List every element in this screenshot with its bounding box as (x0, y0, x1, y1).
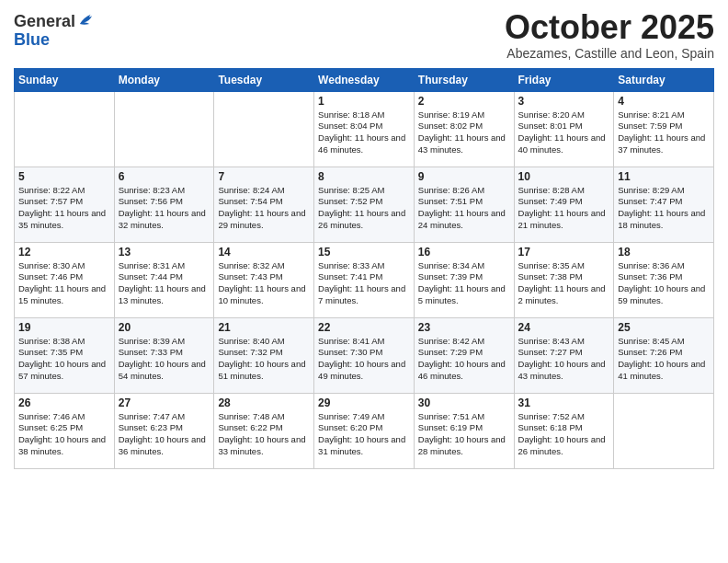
day-cell: 3Sunrise: 8:20 AM Sunset: 8:01 PM Daylig… (514, 91, 614, 167)
day-number: 8 (318, 170, 410, 183)
logo-general: General (14, 13, 75, 31)
day-info: Sunrise: 8:45 AM Sunset: 7:26 PM Dayligh… (618, 336, 710, 383)
day-cell (114, 91, 214, 167)
header-row: Sunday Monday Tuesday Wednesday Thursday… (15, 68, 714, 91)
day-info: Sunrise: 8:19 AM Sunset: 8:02 PM Dayligh… (418, 109, 510, 156)
day-number: 28 (218, 396, 310, 409)
day-number: 11 (618, 170, 710, 183)
day-cell (15, 91, 115, 167)
day-number: 22 (318, 321, 410, 334)
week-row-5: 26Sunrise: 7:46 AM Sunset: 6:25 PM Dayli… (15, 393, 714, 468)
title-block: October 2025 Abezames, Castille and Leon… (505, 9, 714, 61)
day-cell: 16Sunrise: 8:34 AM Sunset: 7:39 PM Dayli… (414, 242, 514, 317)
day-info: Sunrise: 8:26 AM Sunset: 7:51 PM Dayligh… (418, 185, 510, 232)
day-cell: 24Sunrise: 8:43 AM Sunset: 7:27 PM Dayli… (514, 317, 614, 393)
day-info: Sunrise: 8:20 AM Sunset: 8:01 PM Dayligh… (518, 109, 610, 156)
day-info: Sunrise: 7:48 AM Sunset: 6:22 PM Dayligh… (218, 411, 310, 458)
day-number: 18 (618, 246, 710, 259)
logo-blue: Blue (14, 31, 97, 50)
day-info: Sunrise: 8:33 AM Sunset: 7:41 PM Dayligh… (318, 260, 410, 307)
day-info: Sunrise: 8:39 AM Sunset: 7:33 PM Dayligh… (119, 336, 210, 383)
col-monday: Monday (114, 68, 214, 91)
calendar-table: Sunday Monday Tuesday Wednesday Thursday… (14, 68, 714, 469)
day-number: 14 (218, 246, 310, 259)
logo-bird-icon (77, 10, 97, 30)
day-info: Sunrise: 8:34 AM Sunset: 7:39 PM Dayligh… (418, 260, 510, 307)
day-cell: 11Sunrise: 8:29 AM Sunset: 7:47 PM Dayli… (614, 167, 714, 242)
day-number: 6 (119, 170, 210, 183)
day-number: 20 (119, 321, 210, 334)
day-cell: 5Sunrise: 8:22 AM Sunset: 7:57 PM Daylig… (15, 167, 115, 242)
col-wednesday: Wednesday (314, 68, 415, 91)
day-cell: 2Sunrise: 8:19 AM Sunset: 8:02 PM Daylig… (414, 91, 514, 167)
day-cell: 8Sunrise: 8:25 AM Sunset: 7:52 PM Daylig… (314, 167, 415, 242)
day-number: 3 (518, 95, 610, 108)
col-sunday: Sunday (15, 68, 115, 91)
col-thursday: Thursday (414, 68, 514, 91)
day-cell: 15Sunrise: 8:33 AM Sunset: 7:41 PM Dayli… (314, 242, 415, 317)
col-saturday: Saturday (614, 68, 714, 91)
week-row-1: 1Sunrise: 8:18 AM Sunset: 8:04 PM Daylig… (15, 91, 714, 167)
day-info: Sunrise: 8:36 AM Sunset: 7:36 PM Dayligh… (618, 260, 710, 307)
day-number: 2 (418, 95, 510, 108)
day-info: Sunrise: 8:43 AM Sunset: 7:27 PM Dayligh… (518, 336, 610, 383)
day-cell: 31Sunrise: 7:52 AM Sunset: 6:18 PM Dayli… (514, 393, 614, 468)
day-cell: 12Sunrise: 8:30 AM Sunset: 7:46 PM Dayli… (15, 242, 115, 317)
day-info: Sunrise: 8:38 AM Sunset: 7:35 PM Dayligh… (18, 336, 110, 383)
day-number: 16 (418, 246, 510, 259)
day-number: 29 (318, 396, 410, 409)
day-number: 10 (518, 170, 610, 183)
day-cell: 29Sunrise: 7:49 AM Sunset: 6:20 PM Dayli… (314, 393, 415, 468)
calendar-body: 1Sunrise: 8:18 AM Sunset: 8:04 PM Daylig… (15, 91, 714, 468)
day-cell: 25Sunrise: 8:45 AM Sunset: 7:26 PM Dayli… (614, 317, 714, 393)
month-title: October 2025 (505, 9, 714, 46)
day-number: 24 (518, 321, 610, 334)
day-info: Sunrise: 7:46 AM Sunset: 6:25 PM Dayligh… (18, 411, 110, 458)
day-info: Sunrise: 7:49 AM Sunset: 6:20 PM Dayligh… (318, 411, 410, 458)
day-info: Sunrise: 8:30 AM Sunset: 7:46 PM Dayligh… (18, 260, 110, 307)
page-container: General Blue October 2025 Abezames, Cast… (0, 0, 728, 478)
day-cell: 19Sunrise: 8:38 AM Sunset: 7:35 PM Dayli… (15, 317, 115, 393)
day-info: Sunrise: 8:24 AM Sunset: 7:54 PM Dayligh… (218, 185, 310, 232)
day-info: Sunrise: 8:31 AM Sunset: 7:44 PM Dayligh… (119, 260, 210, 307)
day-cell: 10Sunrise: 8:28 AM Sunset: 7:49 PM Dayli… (514, 167, 614, 242)
day-info: Sunrise: 8:42 AM Sunset: 7:29 PM Dayligh… (418, 336, 510, 383)
day-number: 26 (18, 396, 110, 409)
day-info: Sunrise: 7:51 AM Sunset: 6:19 PM Dayligh… (418, 411, 510, 458)
day-number: 7 (218, 170, 310, 183)
day-cell: 30Sunrise: 7:51 AM Sunset: 6:19 PM Dayli… (414, 393, 514, 468)
week-row-4: 19Sunrise: 8:38 AM Sunset: 7:35 PM Dayli… (15, 317, 714, 393)
day-cell: 28Sunrise: 7:48 AM Sunset: 6:22 PM Dayli… (214, 393, 314, 468)
day-number: 23 (418, 321, 510, 334)
day-number: 27 (119, 396, 210, 409)
day-number: 12 (18, 246, 110, 259)
day-number: 19 (18, 321, 110, 334)
day-number: 5 (18, 170, 110, 183)
day-cell: 1Sunrise: 8:18 AM Sunset: 8:04 PM Daylig… (314, 91, 415, 167)
day-number: 21 (218, 321, 310, 334)
day-info: Sunrise: 8:40 AM Sunset: 7:32 PM Dayligh… (218, 336, 310, 383)
day-number: 31 (518, 396, 610, 409)
day-cell: 20Sunrise: 8:39 AM Sunset: 7:33 PM Dayli… (114, 317, 214, 393)
week-row-3: 12Sunrise: 8:30 AM Sunset: 7:46 PM Dayli… (15, 242, 714, 317)
day-number: 1 (318, 95, 410, 108)
day-info: Sunrise: 8:29 AM Sunset: 7:47 PM Dayligh… (618, 185, 710, 232)
day-info: Sunrise: 8:18 AM Sunset: 8:04 PM Dayligh… (318, 109, 410, 156)
location: Abezames, Castille and Leon, Spain (505, 46, 714, 61)
header: General Blue October 2025 Abezames, Cast… (14, 9, 714, 61)
day-info: Sunrise: 8:28 AM Sunset: 7:49 PM Dayligh… (518, 185, 610, 232)
day-cell: 4Sunrise: 8:21 AM Sunset: 7:59 PM Daylig… (614, 91, 714, 167)
col-friday: Friday (514, 68, 614, 91)
day-number: 13 (119, 246, 210, 259)
day-cell: 27Sunrise: 7:47 AM Sunset: 6:23 PM Dayli… (114, 393, 214, 468)
day-cell: 26Sunrise: 7:46 AM Sunset: 6:25 PM Dayli… (15, 393, 115, 468)
day-number: 15 (318, 246, 410, 259)
day-cell: 13Sunrise: 8:31 AM Sunset: 7:44 PM Dayli… (114, 242, 214, 317)
logo: General Blue (14, 13, 97, 50)
day-info: Sunrise: 8:21 AM Sunset: 7:59 PM Dayligh… (618, 109, 710, 156)
day-cell: 21Sunrise: 8:40 AM Sunset: 7:32 PM Dayli… (214, 317, 314, 393)
day-info: Sunrise: 8:41 AM Sunset: 7:30 PM Dayligh… (318, 336, 410, 383)
day-cell: 9Sunrise: 8:26 AM Sunset: 7:51 PM Daylig… (414, 167, 514, 242)
day-cell: 23Sunrise: 8:42 AM Sunset: 7:29 PM Dayli… (414, 317, 514, 393)
day-cell: 6Sunrise: 8:23 AM Sunset: 7:56 PM Daylig… (114, 167, 214, 242)
